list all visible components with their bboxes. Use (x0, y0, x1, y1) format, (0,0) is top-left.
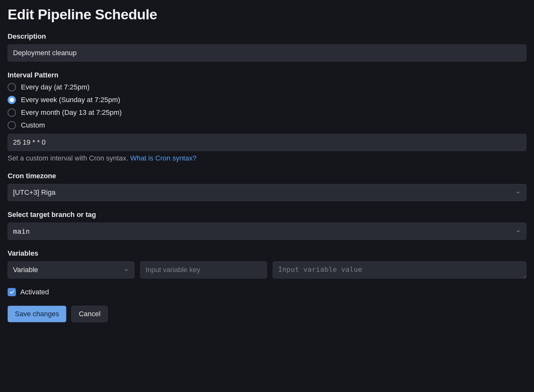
interval-option-custom[interactable]: Custom (8, 121, 526, 129)
target-section: Select target branch or tag main (8, 211, 526, 240)
cron-expression-input[interactable] (8, 134, 526, 151)
interval-option-label: Every week (Sunday at 7:25pm) (21, 96, 120, 104)
interval-option-daily[interactable]: Every day (at 7:25pm) (8, 83, 526, 91)
interval-section: Interval Pattern Every day (at 7:25pm) E… (8, 71, 526, 162)
variable-value-input[interactable] (273, 261, 526, 278)
interval-option-label: Custom (21, 121, 45, 129)
chevron-down-icon (515, 190, 521, 195)
cron-helper-prefix: Set a custom interval with Cron syntax. (8, 154, 130, 162)
page-title: Edit Pipeline Schedule (8, 6, 526, 23)
description-section: Description (8, 32, 526, 62)
variables-label: Variables (8, 249, 526, 258)
interval-option-weekly[interactable]: Every week (Sunday at 7:25pm) (8, 96, 526, 104)
variables-section: Variables Variable (8, 249, 526, 278)
radio-icon (8, 108, 16, 117)
activated-label: Activated (20, 288, 49, 296)
cron-syntax-link[interactable]: What is Cron syntax? (130, 154, 196, 162)
radio-icon (8, 121, 16, 129)
interval-option-label: Every day (at 7:25pm) (21, 83, 89, 91)
target-label: Select target branch or tag (8, 211, 526, 219)
chevron-down-icon (123, 267, 129, 273)
timezone-select[interactable]: [UTC+3] Riga (8, 184, 526, 201)
button-row: Save changes Cancel (8, 306, 526, 322)
timezone-label: Cron timezone (8, 172, 526, 180)
timezone-value: [UTC+3] Riga (13, 188, 55, 197)
description-input[interactable] (8, 44, 526, 62)
target-value: main (13, 227, 30, 235)
save-button[interactable]: Save changes (8, 306, 66, 322)
target-select[interactable]: main (8, 223, 526, 240)
cron-helper-text: Set a custom interval with Cron syntax. … (8, 154, 526, 162)
description-label: Description (8, 32, 526, 41)
page-root: Edit Pipeline Schedule Description Inter… (0, 0, 534, 330)
radio-icon (8, 96, 16, 104)
activated-row: Activated (8, 288, 526, 296)
variable-key-input[interactable] (140, 261, 267, 278)
activated-checkbox[interactable] (8, 288, 16, 296)
variable-row: Variable (8, 261, 526, 278)
cancel-button[interactable]: Cancel (71, 306, 107, 322)
variable-type-value: Variable (13, 266, 38, 274)
chevron-down-icon (515, 228, 521, 234)
variable-type-select[interactable]: Variable (8, 261, 134, 278)
interval-label: Interval Pattern (8, 71, 526, 79)
interval-option-monthly[interactable]: Every month (Day 13 at 7:25pm) (8, 108, 526, 117)
interval-radio-group: Every day (at 7:25pm) Every week (Sunday… (8, 83, 526, 129)
radio-icon (8, 83, 16, 91)
timezone-section: Cron timezone [UTC+3] Riga (8, 172, 526, 201)
interval-option-label: Every month (Day 13 at 7:25pm) (21, 108, 122, 117)
